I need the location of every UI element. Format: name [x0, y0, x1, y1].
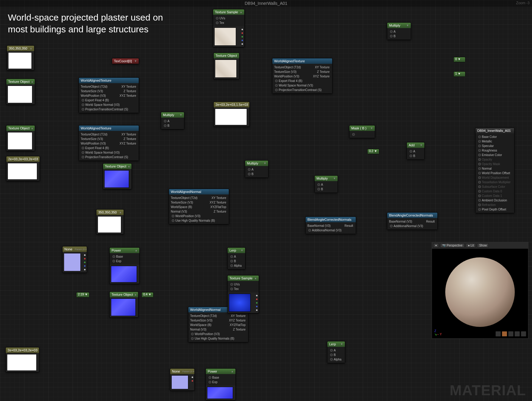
axes-gizmo-icon: Z ↘─ Y [434, 329, 442, 336]
node-texture-sample-2[interactable]: Texture Sample▲ UVs Tex [227, 275, 259, 313]
preview-show-button[interactable]: Show [477, 243, 489, 248]
node-texture-object-2[interactable]: Texture Object▲ [6, 79, 35, 105]
node-multiply-tr[interactable]: Multiply▼ AB [387, 22, 411, 40]
preview-sphere [445, 257, 515, 327]
zoom-indicator: Zoom -3 [516, 1, 530, 5]
description: World-space projected plaster used onmos… [8, 11, 163, 35]
node-const-02[interactable]: 0.2 ▼ [367, 149, 379, 154]
preview-perspective-button[interactable]: 📷 Perspective [440, 243, 465, 248]
node-texture-object-4[interactable]: Texture Object▲ [103, 163, 132, 189]
node-vec2e3-2[interactable]: 2e+03,2e+03,2e+03▲ [5, 347, 39, 372]
preview-shape-buttons[interactable] [495, 331, 526, 337]
node-vec350-2[interactable]: 350,350,350▲ [96, 209, 124, 234]
node-texture-object-3[interactable]: Texture Object▲ [6, 125, 35, 151]
material-preview[interactable]: ▾ 📷 Perspective ● Lit Show Z ↘─ Y [432, 242, 528, 339]
node-vec2e3-1[interactable]: 2e+03,2e+03,2e+03▲ [6, 156, 40, 181]
shape-cylinder-icon [495, 331, 501, 337]
node-multiply-m2[interactable]: Multiply▼ AB [245, 160, 268, 178]
node-lerp-1[interactable]: Lerp▼ A B Alpha [227, 247, 245, 269]
node-lerp-2[interactable]: Lerp▼ A B Alpha [327, 341, 345, 363]
preview-menu-icon[interactable]: ▾ [433, 243, 439, 248]
shape-plane-icon [508, 331, 514, 337]
node-wat-1[interactable]: WorldAlignedTexture TextureObject (T2d)X… [79, 77, 139, 113]
shape-cube-icon [514, 331, 520, 337]
preview-lit-button[interactable]: ● Lit [466, 243, 476, 248]
node-color-param-2[interactable]: NoneParam (0.4,0.6,1,1) [170, 368, 195, 391]
node-bacn-2[interactable]: BlendAngleCorrectedNormals BaseNormal (V… [387, 212, 438, 230]
node-const-1[interactable]: 1 ▼ [453, 71, 465, 77]
node-power-1[interactable]: Power▲ BaseExp [109, 247, 140, 284]
node-mask-b[interactable]: Mask ( B )▼ [349, 125, 375, 138]
topbar: DB94_InnerWalls_A01 [0, 0, 532, 7]
node-const-219[interactable]: 2.19 ▼ [76, 292, 89, 298]
node-add[interactable]: Add▼ AB [407, 142, 425, 160]
node-material-output[interactable]: DB94_InnerWalls_A01 Base Color Metallic … [475, 128, 514, 213]
node-wat-2[interactable]: WorldAlignedTexture TextureObject (T2d)X… [79, 125, 139, 161]
node-texture-sample-1[interactable]: Texture Sample▲ UVs Tex [213, 9, 245, 47]
node-wan-1[interactable]: WorldAlignedNormal TextureObject (T2d)XY… [169, 189, 229, 224]
node-vec2e3-15[interactable]: 2e+03,2e+03,1.5e+03▲ [213, 102, 250, 127]
shape-mesh-icon [521, 331, 526, 337]
node-texcoord[interactable]: TexCoord[0]▼ [112, 58, 139, 64]
node-wat-3[interactable]: WorldAlignedTexture TextureObject (T2d)X… [272, 58, 332, 94]
node-color-param-1[interactable]: NoneParam (0.4,0.6,1,1) [62, 246, 87, 273]
node-texture-object-5[interactable]: Texture Object▲ [109, 292, 138, 318]
node-const-0[interactable]: 0 ▼ [453, 57, 465, 62]
node-texture-object-1[interactable]: Texture Object▲ [213, 53, 239, 79]
watermark: MATERIAL [450, 382, 526, 399]
node-power-2[interactable]: Power▲ BaseExp [206, 368, 236, 400]
node-multiply-m1[interactable]: Multiply▼ AB [161, 112, 184, 129]
node-multiply-m3[interactable]: Multiply▼ AB [314, 175, 338, 193]
node-bacn-1[interactable]: BlendAngleCorrectedNormals BaseNormal (V… [305, 217, 356, 234]
node-const-04[interactable]: 0.4 ▼ [141, 292, 154, 298]
graph-title: DB94_InnerWalls_A01 [245, 1, 287, 6]
node-vec350-1[interactable]: 350,350,350▲ [7, 45, 34, 70]
shape-sphere-icon [502, 331, 507, 337]
